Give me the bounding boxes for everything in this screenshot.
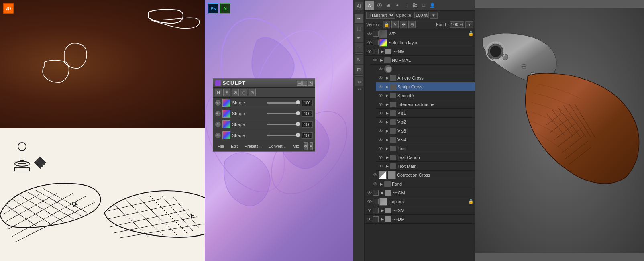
- sculpt-eye-3[interactable]: 👁: [215, 122, 221, 127]
- sculpt-slider-4[interactable]: [267, 135, 300, 136]
- layers-type-btn[interactable]: Ⓣ: [375, 1, 384, 10]
- sculpt-eye-1[interactable]: 👁: [215, 100, 221, 106]
- sculpt-tool-1[interactable]: N: [215, 89, 222, 96]
- layers-mask-btn[interactable]: □: [419, 1, 428, 10]
- layer-check-selection[interactable]: [373, 40, 379, 45]
- layer-eye-sm[interactable]: 👁: [366, 207, 373, 214]
- sculpt-slider-3[interactable]: [267, 124, 300, 125]
- layer-eye-nm[interactable]: 👁: [366, 48, 373, 55]
- layer-row-vis4[interactable]: 👁 ▶ Vis4: [376, 135, 475, 144]
- fond-arrow-btn[interactable]: ▼: [465, 21, 473, 28]
- sculpt-value-3[interactable]: 100: [302, 121, 313, 128]
- blend-mode-select[interactable]: Transfert: [366, 12, 395, 19]
- sculpt-slider-2[interactable]: [267, 113, 300, 114]
- layer-check-sm[interactable]: [373, 208, 379, 213]
- layer-row-selection[interactable]: 👁 Selection layer: [365, 38, 475, 47]
- layer-expand-normal[interactable]: ▶: [379, 58, 384, 62]
- sculpt-convert-btn[interactable]: Convert...: [266, 143, 288, 149]
- layer-expand-gm[interactable]: ▶: [379, 191, 385, 195]
- layer-row-interieur-cartouche[interactable]: 👁 ▶ Interieur cartouche: [376, 100, 475, 109]
- layer-eye-vis3[interactable]: 👁: [377, 127, 384, 135]
- layer-row-sm[interactable]: 👁 ▶ ~~SM: [365, 206, 475, 215]
- layer-eye-text-main[interactable]: 👁: [377, 163, 384, 170]
- sculpt-file-btn[interactable]: File: [215, 143, 226, 149]
- layers-fx-btn[interactable]: ✦: [393, 1, 401, 10]
- layer-eye-gm[interactable]: 👁: [366, 189, 373, 196]
- sculpt-refresh-icon[interactable]: ↻: [304, 142, 308, 150]
- opacity-arrow-btn[interactable]: ▼: [430, 12, 438, 19]
- sculpt-eye-4[interactable]: 👁: [215, 133, 221, 138]
- layer-row-securite[interactable]: 👁 ▶ Securité: [376, 91, 475, 100]
- layer-eye-normal[interactable]: 👁: [371, 57, 379, 64]
- opacity-input[interactable]: [414, 12, 429, 18]
- layer-eye-vis2[interactable]: 👁: [377, 118, 384, 126]
- layer-eye-heplers[interactable]: 👁: [366, 198, 373, 205]
- sculpt-edit-btn[interactable]: Edit: [228, 143, 240, 149]
- layer-expand-securite[interactable]: ▶: [384, 94, 390, 98]
- layers-user-btn[interactable]: 👤: [428, 1, 437, 10]
- layer-row-correction-cross[interactable]: 👁 Correction Cross: [370, 171, 475, 179]
- layer-expand-nm[interactable]: ▶: [379, 49, 385, 53]
- layer-eye-arriere-cross[interactable]: 👁: [377, 74, 384, 82]
- layer-eye-securite[interactable]: 👁: [377, 92, 384, 99]
- sculpt-value-1[interactable]: 100: [302, 100, 313, 106]
- layer-row-wr[interactable]: 👁 WR 🔒: [365, 29, 475, 38]
- toolbar-rotate-btn[interactable]: ↻: [355, 55, 363, 64]
- layer-eye-dm[interactable]: 👁: [366, 216, 373, 223]
- toolbar-type-btn[interactable]: T: [355, 43, 363, 52]
- sculpt-tool-4[interactable]: ◷: [240, 89, 247, 96]
- toolbar-ai-btn[interactable]: Ai: [355, 2, 363, 10]
- layer-eye-fond[interactable]: 👁: [371, 180, 379, 188]
- toolbar-move-btn[interactable]: ↔: [355, 14, 363, 23]
- sculpt-tool-5[interactable]: ⊡: [249, 89, 256, 96]
- layer-eye-correction-cross[interactable]: 👁: [371, 171, 379, 179]
- fond-input[interactable]: [450, 21, 464, 28]
- layer-expand-vis2[interactable]: ▶: [384, 120, 390, 124]
- layer-eye-vis4[interactable]: 👁: [377, 136, 384, 143]
- layer-eye-text[interactable]: 👁: [377, 145, 384, 152]
- layer-row-gm[interactable]: 👁 ▶ ~~GM: [365, 188, 475, 197]
- layer-row-vis3[interactable]: 👁 ▶ Vis3: [376, 126, 475, 135]
- sculpt-tool-3[interactable]: ⊠: [232, 89, 239, 96]
- layer-check-wr[interactable]: [373, 31, 379, 37]
- layers-filter-btn[interactable]: ⊞: [384, 1, 393, 10]
- layers-link-btn[interactable]: ⛓: [410, 1, 419, 10]
- layer-row-shape[interactable]: 👁: [376, 65, 475, 73]
- toolbar-pen-btn[interactable]: ✒: [355, 33, 363, 42]
- layer-eye-sculpt-cross[interactable]: 👁: [377, 83, 384, 90]
- layer-eye-vis1[interactable]: 👁: [377, 110, 384, 117]
- sculpt-eye-2[interactable]: 👁: [215, 111, 221, 116]
- layer-row-nm[interactable]: 👁 ▶ ~~NM: [365, 47, 475, 56]
- layer-row-arriere-cross[interactable]: 👁 ▶ Arriere Cross: [376, 73, 475, 82]
- layers-text-btn[interactable]: T: [401, 1, 410, 10]
- layer-expand-text-canon[interactable]: ▶: [384, 155, 390, 159]
- layer-check-gm[interactable]: [373, 190, 379, 196]
- layer-expand-vis3[interactable]: ▶: [384, 129, 390, 133]
- sculpt-mix-btn[interactable]: Mix: [290, 143, 302, 149]
- verrou-move-btn[interactable]: ✛: [400, 21, 407, 28]
- layer-expand-vis1[interactable]: ▶: [384, 111, 390, 115]
- layer-check-nm[interactable]: [373, 49, 379, 54]
- sculpt-slider-1[interactable]: [267, 102, 300, 104]
- layer-row-text-canon[interactable]: 👁 ▶ Text Canon: [376, 153, 475, 162]
- layer-row-sculpt-cross[interactable]: 👁 ▶ Sculpt Cross: [376, 82, 475, 91]
- layer-eye-selection[interactable]: 👁: [366, 39, 373, 46]
- sculpt-restore-btn[interactable]: □: [302, 81, 307, 86]
- sculpt-toolbar[interactable]: N ⊞ ⊠ ◷ ⊡: [213, 88, 315, 98]
- layer-eye-wr[interactable]: 👁: [366, 30, 373, 37]
- layer-row-vis1[interactable]: 👁 ▶ Vis1: [376, 109, 475, 118]
- sculpt-minimize-btn[interactable]: —: [297, 81, 302, 86]
- layer-eye-shape[interactable]: 👁: [377, 65, 384, 73]
- toolbar-select-btn[interactable]: ⬚: [355, 24, 363, 33]
- layer-expand-arriere-cross[interactable]: ▶: [384, 76, 390, 80]
- sculpt-presets-btn[interactable]: Presets...: [242, 143, 264, 149]
- layer-expand-sm[interactable]: ▶: [379, 208, 385, 212]
- layer-row-fond[interactable]: 👁 ▶ Fond: [370, 179, 475, 188]
- layer-expand-dm[interactable]: ▶: [379, 217, 385, 221]
- sculpt-window[interactable]: SCULPT — □ ✕ N ⊞ ⊠ ◷ ⊡ 👁 Shape 100: [213, 78, 315, 152]
- toolbar-scale-btn[interactable]: ⊡: [355, 65, 363, 74]
- layer-expand-text[interactable]: ▶: [384, 147, 390, 151]
- sculpt-tool-2[interactable]: ⊞: [223, 89, 230, 96]
- verrou-lock-btn[interactable]: 🔒: [383, 21, 390, 28]
- sculpt-value-2[interactable]: 100: [302, 110, 313, 117]
